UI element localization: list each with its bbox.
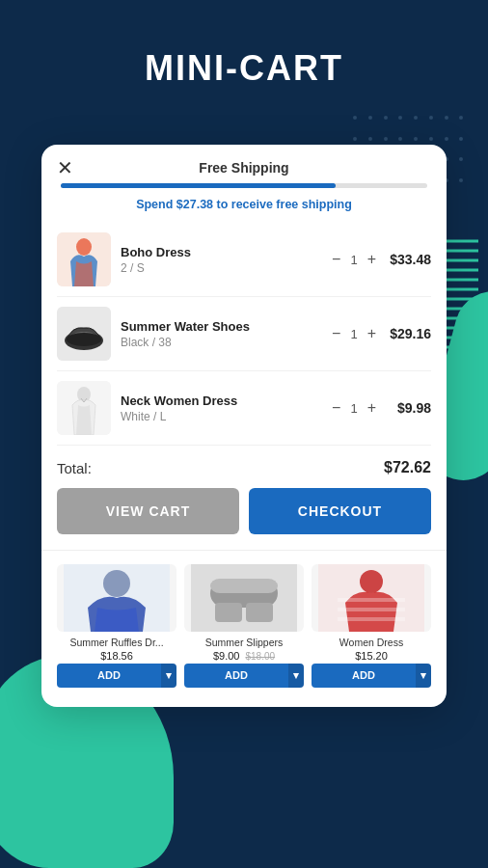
total-row: Total: $72.62 xyxy=(41,446,447,488)
svg-rect-29 xyxy=(215,603,242,622)
item-quantity-control: − 1 + xyxy=(330,251,378,268)
increase-qty-button[interactable]: + xyxy=(366,251,378,268)
item-variant: 2 / S xyxy=(121,261,320,275)
svg-rect-31 xyxy=(210,579,278,593)
recommended-products: Summer Ruffles Dr... $18.56 ADD ▾ xyxy=(41,564,447,688)
cart-items-list: Boho Dress 2 / S − 1 + $33.48 xyxy=(41,223,447,446)
rec-add-button-2[interactable]: ADD ▾ xyxy=(184,664,304,688)
decrease-qty-button[interactable]: − xyxy=(330,251,342,268)
rec-item-name: Summer Slippers xyxy=(184,637,304,648)
rec-add-arrow-icon: ▾ xyxy=(288,664,304,688)
shipping-spend-label: Spend xyxy=(136,198,173,211)
item-price: $9.98 xyxy=(378,400,431,416)
shipping-suffix: to receive free shipping xyxy=(217,198,352,211)
recommended-item: Women Dress $15.20 ADD ▾ xyxy=(312,564,431,688)
rec-item-old-price: $18.00 xyxy=(246,651,276,662)
recommended-item: Summer Ruffles Dr... $18.56 ADD ▾ xyxy=(57,564,176,688)
checkout-button[interactable]: CHECKOUT xyxy=(249,488,431,534)
rec-item-name: Summer Ruffles Dr... xyxy=(57,637,176,648)
rec-item-price: $9.00 $18.00 xyxy=(213,650,275,662)
item-name: Summer Water Shoes xyxy=(121,319,320,334)
item-quantity: 1 xyxy=(350,327,357,341)
shipping-amount: $27.38 xyxy=(176,198,213,211)
svg-point-33 xyxy=(360,570,383,593)
cart-item: Neck Women Dress White / L − 1 + $9.98 xyxy=(57,371,431,446)
rec-item-image-2 xyxy=(184,564,304,632)
page-title: MINI-CART xyxy=(0,0,488,89)
svg-rect-35 xyxy=(338,608,405,611)
item-variant: White / L xyxy=(121,410,320,423)
item-image-water-shoes xyxy=(57,307,111,361)
item-name: Boho Dress xyxy=(121,245,320,259)
item-quantity-control: − 1 + xyxy=(330,325,378,342)
shipping-message: Spend $27.38 to receive free shipping xyxy=(61,198,427,211)
svg-rect-30 xyxy=(246,603,273,622)
svg-point-19 xyxy=(67,333,101,346)
rec-add-label: ADD xyxy=(57,664,161,687)
decrease-qty-button[interactable]: − xyxy=(330,325,342,342)
progress-bar-fill xyxy=(61,183,336,188)
rec-add-button-3[interactable]: ADD ▾ xyxy=(312,664,431,688)
section-divider xyxy=(41,550,447,551)
rec-add-arrow-icon: ▾ xyxy=(161,664,176,688)
rec-add-button-1[interactable]: ADD ▾ xyxy=(57,664,176,688)
decrease-qty-button[interactable]: − xyxy=(330,399,342,417)
cart-item: Summer Water Shoes Black / 38 − 1 + $29.… xyxy=(57,297,431,371)
rec-add-label: ADD xyxy=(184,664,288,687)
svg-rect-36 xyxy=(338,617,405,621)
close-button[interactable]: ✕ xyxy=(57,158,73,177)
item-name: Neck Women Dress xyxy=(121,393,320,408)
cart-card: ✕ Free Shipping Spend $27.38 to receive … xyxy=(41,145,447,707)
page-background: for(let i=0;i<32;i++) document.currentSc… xyxy=(0,0,488,868)
svg-rect-34 xyxy=(338,598,405,602)
item-image-boho-dress xyxy=(57,232,111,286)
item-quantity-control: − 1 + xyxy=(330,399,378,417)
item-details-boho-dress: Boho Dress 2 / S xyxy=(111,245,330,275)
rec-item-price: $18.56 xyxy=(100,650,133,662)
rec-item-name: Women Dress xyxy=(312,637,431,648)
rec-add-label: ADD xyxy=(312,664,416,687)
item-price: $33.48 xyxy=(378,252,431,267)
total-label: Total: xyxy=(57,460,92,476)
shipping-label: Free Shipping xyxy=(61,160,427,176)
increase-qty-button[interactable]: + xyxy=(366,325,378,342)
item-details-water-shoes: Summer Water Shoes Black / 38 xyxy=(111,319,330,349)
item-quantity: 1 xyxy=(350,401,357,416)
total-amount: $72.62 xyxy=(384,459,431,476)
item-quantity: 1 xyxy=(350,253,357,267)
item-price: $29.16 xyxy=(378,326,431,341)
action-buttons: VIEW CART CHECKOUT xyxy=(57,488,431,534)
increase-qty-button[interactable]: + xyxy=(366,399,378,417)
rec-item-price: $15.20 xyxy=(355,650,388,662)
shipping-progress-bar xyxy=(61,183,427,188)
rec-item-image-3 xyxy=(312,564,431,632)
rec-add-arrow-icon: ▾ xyxy=(416,664,431,688)
svg-point-16 xyxy=(76,238,92,256)
view-cart-button[interactable]: VIEW CART xyxy=(57,488,239,534)
recommended-item: Summer Slippers $9.00 $18.00 ADD ▾ xyxy=(184,564,304,688)
item-details-neck-dress: Neck Women Dress White / L xyxy=(111,393,330,423)
rec-item-image-1 xyxy=(57,564,176,632)
item-variant: Black / 38 xyxy=(121,336,320,349)
card-header: ✕ Free Shipping Spend $27.38 to receive … xyxy=(41,145,447,211)
cart-item: Boho Dress 2 / S − 1 + $33.48 xyxy=(57,223,431,297)
item-image-neck-dress xyxy=(57,381,111,435)
svg-point-25 xyxy=(103,570,130,597)
svg-point-21 xyxy=(77,387,91,402)
